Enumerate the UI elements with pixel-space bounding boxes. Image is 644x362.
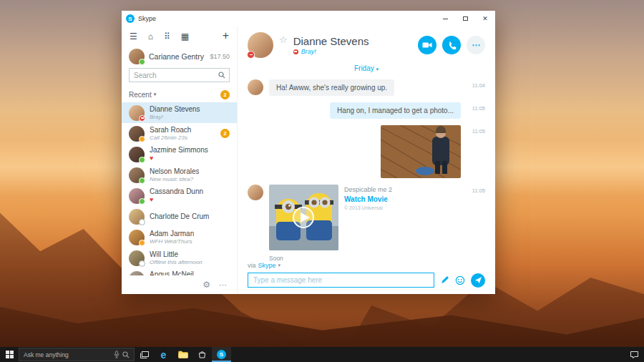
avatar (129, 271, 145, 276)
contact-adam-jarman[interactable]: Adam JarmanWFH Wed/Thurs (122, 227, 237, 248)
chat-contact-name: Dianne Stevens (293, 35, 369, 47)
file-explorer-button[interactable] (173, 347, 192, 362)
photo-message[interactable] (381, 125, 461, 178)
maximize-icon (463, 16, 468, 21)
minimize-icon (443, 19, 448, 19)
contact-name: Nelson Morales (150, 167, 199, 176)
dnd-status-dot (139, 115, 145, 122)
windows-logo-icon (6, 351, 14, 358)
away-status-dot (139, 240, 145, 246)
online-status-dot (139, 198, 145, 205)
avatar (129, 126, 145, 142)
avatar (129, 167, 145, 183)
maximize-button[interactable] (455, 11, 475, 26)
via-service-selector[interactable]: via Skype ▾ (248, 262, 485, 269)
contact-name: Will Little (150, 250, 203, 259)
contact-mood: Call 26min 23s (150, 134, 191, 142)
minimize-button[interactable] (435, 11, 455, 26)
chat-footer: via Skype ▾ (238, 260, 495, 294)
contact-dianne-stevens[interactable]: Dianne StevensBray! (122, 102, 237, 123)
video-call-button[interactable] (418, 36, 436, 54)
mood-message: Bray! (301, 48, 316, 55)
contact-sarah-roach[interactable]: Sarah RoachCall 26min 23s 2 (122, 123, 237, 144)
contact-mood: Offline this afternoon (150, 259, 203, 266)
voice-call-button[interactable] (442, 36, 461, 54)
contact-name: Adam Jarman (150, 230, 194, 238)
emoji-icon[interactable] (455, 275, 465, 285)
settings-gear-icon[interactable]: ⚙ (203, 280, 210, 290)
contact-angus-mcneil[interactable]: Angus McNeil☺ (122, 268, 237, 275)
recent-filter[interactable]: Recent ▾ 2 (122, 87, 237, 102)
profile-name: Carianne Gentry (149, 52, 204, 61)
online-status-dot (139, 157, 145, 163)
search-input[interactable] (130, 72, 218, 79)
window-controls: ✕ (435, 11, 495, 26)
chat-contact-avatar[interactable] (248, 32, 273, 58)
conversation-more-button[interactable]: ⋯ (467, 36, 485, 54)
add-contact-button[interactable]: + (223, 30, 229, 41)
unread-badge: 2 (220, 90, 230, 99)
timestamp: 11:05 (467, 128, 485, 134)
contact-will-little[interactable]: Will LittleOffline this afternoon (122, 248, 237, 268)
contact-name: Charlotte De Crum (150, 212, 209, 221)
send-button[interactable] (471, 273, 485, 288)
action-center-button[interactable] (630, 347, 644, 362)
avatar (129, 105, 145, 121)
folder-icon (178, 351, 188, 358)
text-format-icon[interactable] (440, 275, 449, 285)
message-input[interactable] (248, 273, 434, 288)
contact-name: Cassandra Dunn (150, 187, 203, 196)
microphone-icon[interactable] (114, 351, 119, 358)
window-body: ☰ ⌂ ⠿ ▦ + Carianne Gentry $17.50 (122, 26, 495, 294)
send-plane-icon (474, 276, 482, 284)
video-meta: Despicable me 2 Watch Movie © 2013 Unive… (344, 185, 392, 210)
via-service: Skype (258, 262, 276, 269)
search-box (129, 68, 230, 82)
more-options-icon[interactable]: ⋯ (219, 280, 228, 290)
chat-header: ☆ Dianne Stevens Bray! (238, 26, 495, 62)
message-outgoing: Hang on, I managed to get a photo... 11:… (248, 102, 485, 119)
taskbar: e S (0, 347, 644, 362)
contact-cassandra-dunn[interactable]: Cassandra Dunn♥ (122, 185, 237, 206)
contact-nelson-morales[interactable]: Nelson MoralesNew music idea? (122, 165, 237, 185)
taskbar-search-input[interactable] (24, 351, 111, 358)
task-view-button[interactable] (135, 347, 154, 362)
home-icon[interactable]: ⌂ (148, 32, 153, 41)
window-titlebar[interactable]: S Skype ✕ (122, 11, 495, 26)
action-center-icon (630, 351, 638, 358)
contact-charlotte-de-crum[interactable]: Charlotte De Crum (122, 206, 237, 227)
dnd-status-dot (247, 51, 255, 59)
close-button[interactable]: ✕ (475, 11, 495, 26)
video-thumbnail[interactable] (269, 185, 338, 250)
date-divider[interactable]: Friday ▾ (248, 64, 485, 72)
window-title: Skype (138, 15, 156, 22)
chat-contact-info: Dianne Stevens Bray! (293, 35, 369, 55)
skype-logo-icon: S (126, 14, 135, 23)
chat-contact-mood: Bray! (293, 48, 369, 55)
video-camera-icon (422, 41, 432, 49)
menu-icon[interactable]: ☰ (130, 32, 137, 41)
contact-jazmine-simmons[interactable]: Jazmine Simmons♥ (122, 144, 237, 165)
timestamp: 11:05 (467, 187, 485, 194)
dialpad-icon[interactable]: ⠿ (164, 32, 170, 41)
skype-credit[interactable]: $17.50 (210, 53, 230, 60)
skype-icon: S (217, 350, 226, 359)
favorite-star-icon[interactable]: ☆ (279, 34, 288, 45)
avatar (248, 185, 263, 200)
contact-mood: ♥ (150, 196, 203, 204)
profile-row[interactable]: Carianne Gentry $17.50 (122, 47, 237, 66)
message-bubble: Hang on, I managed to get a photo... (330, 102, 461, 119)
edge-browser-button[interactable]: e (154, 347, 173, 362)
chevron-down-icon: ▾ (278, 263, 281, 268)
contacts-icon[interactable]: ▦ (181, 32, 189, 41)
online-status-dot (139, 177, 145, 184)
start-button[interactable] (0, 347, 19, 362)
search-icon[interactable] (122, 351, 130, 358)
store-button[interactable] (192, 347, 212, 362)
watch-movie-link[interactable]: Watch Movie (344, 195, 392, 203)
profile-avatar (129, 49, 145, 64)
search-icon[interactable] (218, 72, 225, 79)
timestamp: 11:04 (467, 82, 485, 89)
skype-taskbar-button[interactable]: S (212, 347, 231, 362)
date-label: Friday (354, 64, 374, 72)
